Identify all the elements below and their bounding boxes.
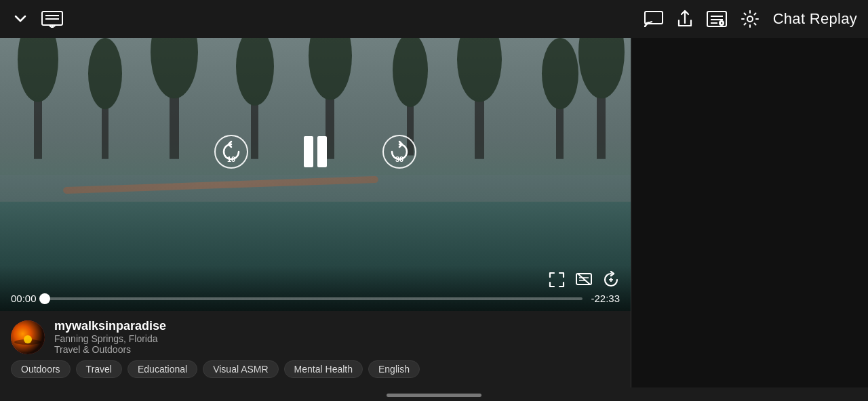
chevron-down-icon xyxy=(11,9,30,28)
progress-thumb[interactable] xyxy=(39,293,50,304)
tags-row: OutdoorsTravelEducationalVisual ASMRMent… xyxy=(11,360,620,378)
channel-location: Fanning Springs, Florida xyxy=(54,333,166,344)
rewind-seconds: 10 xyxy=(227,155,235,163)
channel-row: mywalksinparadise Fanning Springs, Flori… xyxy=(11,319,620,355)
current-time: 00:00 xyxy=(11,293,37,304)
avatar-image xyxy=(11,320,45,354)
svg-point-39 xyxy=(24,335,32,343)
queue-icon xyxy=(707,11,727,27)
tag-item[interactable]: Educational xyxy=(127,360,197,378)
rewind-button[interactable]: 10 xyxy=(213,133,250,170)
settings-icon xyxy=(741,9,760,28)
svg-point-11 xyxy=(747,16,753,22)
rotate-icon xyxy=(602,271,620,289)
video-section: 10 30 xyxy=(0,38,631,387)
fullscreen-icon xyxy=(548,271,566,289)
pause-bar-right xyxy=(317,136,327,167)
video-info: mywalksinparadise Fanning Springs, Flori… xyxy=(0,311,631,387)
screen-mirror-icon xyxy=(41,10,64,28)
tag-item[interactable]: Outdoors xyxy=(11,360,71,378)
subtitles-icon xyxy=(575,271,593,289)
tag-item[interactable]: Mental Health xyxy=(284,360,363,378)
tag-item[interactable]: English xyxy=(368,360,420,378)
remaining-time: -22:33 xyxy=(591,293,620,304)
pause-button[interactable] xyxy=(304,136,327,167)
forward-circle: 30 xyxy=(382,135,416,169)
cast-icon xyxy=(644,11,663,27)
progress-bar[interactable] xyxy=(45,297,583,300)
chat-panel xyxy=(631,38,868,387)
share-icon xyxy=(677,9,693,28)
settings-button[interactable] xyxy=(741,9,760,28)
rotate-button[interactable] xyxy=(602,271,620,289)
cast-button[interactable] xyxy=(644,11,663,27)
pause-bar-left xyxy=(304,136,313,167)
bottom-bar xyxy=(0,387,868,401)
center-controls: 10 30 xyxy=(0,38,631,266)
share-button[interactable] xyxy=(677,9,693,28)
fullscreen-button[interactable] xyxy=(548,271,566,289)
chevron-down-button[interactable] xyxy=(11,9,30,28)
progress-row: 00:00 -22:33 xyxy=(11,293,620,304)
forward-seconds: 30 xyxy=(395,155,403,163)
tag-item[interactable]: Travel xyxy=(76,360,122,378)
bottom-handle[interactable] xyxy=(387,394,481,397)
bottom-icons-row xyxy=(11,271,620,289)
top-bar-left xyxy=(11,9,64,28)
channel-category: Travel & Outdoors xyxy=(54,344,166,355)
top-bar-right: Chat Replay xyxy=(644,9,857,28)
subtitles-button[interactable] xyxy=(575,271,593,289)
channel-avatar[interactable] xyxy=(11,320,45,354)
svg-rect-4 xyxy=(645,12,663,24)
tag-item[interactable]: Visual ASMR xyxy=(203,360,278,378)
rewind-circle: 10 xyxy=(214,135,248,169)
screen-mirror-button[interactable] xyxy=(41,10,64,28)
top-bar: Chat Replay xyxy=(0,0,868,38)
channel-text: mywalksinparadise Fanning Springs, Flori… xyxy=(54,319,166,355)
forward-button[interactable]: 30 xyxy=(381,133,418,170)
bottom-controls-area: 00:00 -22:33 xyxy=(0,266,631,311)
queue-button[interactable] xyxy=(707,11,727,27)
main-area: 10 30 xyxy=(0,38,868,387)
channel-name: mywalksinparadise xyxy=(54,319,166,333)
controls-overlay: 10 30 xyxy=(0,38,631,311)
video-player[interactable]: 10 30 xyxy=(0,38,631,311)
chat-replay-label: Chat Replay xyxy=(773,10,857,28)
